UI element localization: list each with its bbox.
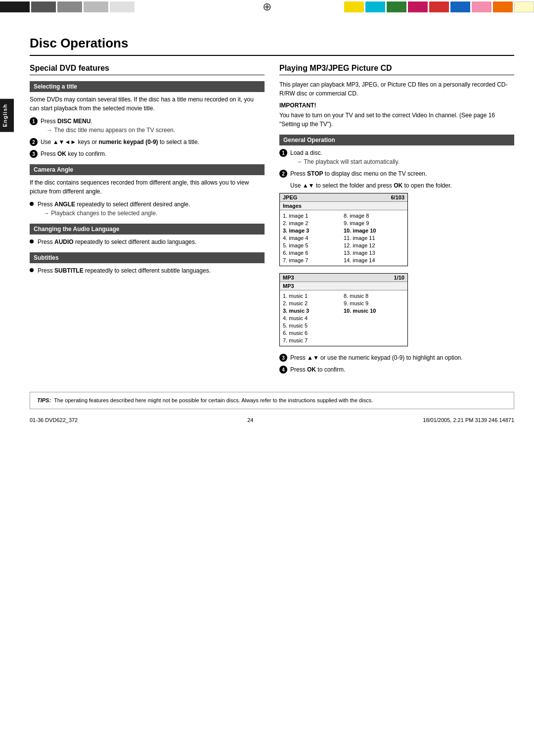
jpeg-item: 13. image 13: [344, 249, 404, 256]
final-step-4: 4 Press OK to confirm.: [279, 365, 514, 374]
mp3-table: MP3 1/10 MP3 1. music 1 8. music 8 2. mu…: [279, 273, 408, 346]
color-block-verylightgray: [110, 1, 134, 12]
step-number-2: 2: [30, 138, 38, 146]
jpeg-item: 8. image 8: [344, 212, 404, 219]
jpeg-item: 14. image 14: [344, 257, 404, 264]
jpeg-item: 12. image 12: [344, 242, 404, 249]
color-block-magenta: [408, 1, 428, 12]
right-column: Playing MP3/JPEG Picture CD This player …: [279, 64, 514, 377]
jpeg-item: 9. image 9: [344, 220, 404, 227]
jpeg-table-header: JPEG 6/103: [280, 193, 407, 202]
mp3-grid: 1. music 1 8. music 8 2. music 2 9. musi…: [280, 290, 407, 346]
subtitle-bullet: Press SUBTITLE repeatedly to select diff…: [30, 266, 265, 275]
mp3-item: 7. music 7: [283, 337, 344, 344]
top-decorative-bar: [0, 0, 534, 14]
subtitles-box: Subtitles: [30, 252, 265, 263]
go-step-1-note: The playback will start automatically.: [290, 157, 514, 166]
mp3-table-header: MP3 1/10: [280, 274, 407, 282]
mp3-item: [344, 337, 404, 344]
two-column-layout: Special DVD features Selecting a title S…: [30, 64, 514, 377]
step-1-disc-menu: 1 Press DISC MENU. The disc title menu a…: [30, 117, 265, 135]
mp3-item: [344, 322, 404, 329]
color-block-blue: [450, 1, 470, 12]
selecting-title-intro: Some DVDs may contain several titles. If…: [30, 95, 265, 113]
step-3-ok: 3 Press OK key to confirm.: [30, 149, 265, 158]
bullet-dot-angle: [30, 202, 34, 206]
mp3-jpeg-heading: Playing MP3/JPEG Picture CD: [279, 64, 514, 75]
bullet-dot-audio: [30, 239, 34, 243]
color-block-gray: [57, 1, 82, 12]
jpeg-table: JPEG 6/103 Images 1. image 1 8. image 8 …: [279, 193, 408, 266]
color-block-orange: [493, 1, 513, 12]
go-step-2b-content: Use ▲▼ to select the folder and press OK…: [290, 181, 514, 190]
tips-box: TIPS:The operating features described he…: [30, 392, 514, 409]
go-step-1: 1 Load a disc. The playback will start a…: [279, 148, 514, 166]
mp3-jpeg-intro: This player can playback MP3, JPEG, or P…: [279, 80, 514, 98]
mp3-item: 5. music 5: [283, 322, 344, 329]
go-step-number-2: 2: [279, 170, 287, 178]
jpeg-item: 2. image 2: [283, 220, 344, 227]
bullet-dot-subtitle: [30, 268, 34, 272]
angle-bullet: Press ANGLE repeatedly to select differe…: [30, 200, 265, 218]
color-block-green: [387, 1, 406, 12]
mp3-item-bold: 3. music 3: [283, 307, 344, 314]
camera-angle-intro: If the disc contains sequences recorded …: [30, 178, 265, 196]
important-label: IMPORTANT!: [279, 102, 514, 109]
color-block-black: [0, 1, 30, 12]
jpeg-item: 7. image 7: [283, 257, 344, 264]
mp3-subheader: MP3: [280, 282, 407, 290]
angle-text: Press ANGLE repeatedly to select differe…: [38, 200, 190, 218]
go-step-2b: 2 Use ▲▼ to select the folder and press …: [279, 181, 514, 190]
jpeg-item: 6. image 6: [283, 249, 344, 256]
color-block-cyan: [365, 1, 385, 12]
color-block-pink: [472, 1, 491, 12]
color-block-lightgray: [84, 1, 108, 12]
step-2-content: Use ▲▼◄► keys or numeric keypad (0-9) to…: [41, 138, 265, 146]
crosshair-icon: [255, 0, 279, 14]
jpeg-grid: 1. image 1 8. image 8 2. image 2 9. imag…: [280, 210, 407, 266]
step-2-keypad: 2 Use ▲▼◄► keys or numeric keypad (0-9) …: [30, 138, 265, 146]
mp3-item: 9. music 9: [344, 300, 404, 307]
jpeg-item: 5. image 5: [283, 242, 344, 249]
footer-left: 01-36 DVD622_372: [30, 417, 78, 423]
final-step-number-3: 3: [279, 354, 287, 362]
mp3-item: 4. music 4: [283, 315, 344, 322]
page-title: Disc Operations: [30, 36, 514, 56]
color-block-red: [429, 1, 449, 12]
selecting-title-box: Selecting a title: [30, 81, 265, 92]
tips-text: The operating features described here mi…: [54, 397, 373, 403]
mp3-title: MP3: [283, 275, 294, 281]
jpeg-item: 4. image 4: [283, 235, 344, 241]
footer-right: 18/01/2005, 2:21 PM 3139 246 14871: [423, 417, 514, 423]
go-step-number-1: 1: [279, 149, 287, 157]
go-step-1-content: Load a disc. The playback will start aut…: [290, 148, 514, 166]
final-step-3: 3 Press ▲▼ or use the numeric keypad (0-…: [279, 353, 514, 362]
right-color-blocks: [279, 0, 534, 14]
audio-bullet: Press AUDIO repeatedly to select differe…: [30, 237, 265, 246]
jpeg-item: 1. image 1: [283, 212, 344, 219]
go-step-2: 2 Press STOP to display disc menu on the…: [279, 169, 514, 178]
jpeg-item-bold: 10. image 10: [344, 227, 404, 234]
step-number-3: 3: [30, 150, 38, 158]
footer-center: 24: [247, 417, 253, 423]
step-3-content: Press OK key to confirm.: [41, 149, 265, 158]
jpeg-item: 11. image 11: [344, 235, 404, 241]
final-step-number-4: 4: [279, 366, 287, 374]
left-column: Special DVD features Selecting a title S…: [30, 64, 265, 377]
color-block-yellow: [344, 1, 364, 12]
mp3-item: 1. music 1: [283, 292, 344, 299]
final-step-4-content: Press OK to confirm.: [290, 365, 514, 374]
color-block-lightyellow: [514, 1, 534, 12]
general-operation-box: General Operation: [279, 135, 514, 145]
color-block-darkgray: [31, 1, 56, 12]
angle-note: Playback changes to the selected angle.: [38, 209, 190, 218]
page-footer: 01-36 DVD622_372 24 18/01/2005, 2:21 PM …: [30, 417, 514, 423]
step-1-content: Press DISC MENU. The disc title menu app…: [41, 117, 265, 135]
mp3-count: 1/10: [394, 275, 404, 281]
mp3-item-bold: 10. music 10: [344, 307, 404, 314]
step-1-note: The disc title menu appears on the TV sc…: [41, 126, 265, 135]
audio-text: Press AUDIO repeatedly to select differe…: [38, 237, 196, 246]
special-dvd-features-heading: Special DVD features: [30, 64, 265, 75]
left-color-blocks: [0, 0, 255, 14]
jpeg-item-bold: 3. image 3: [283, 227, 344, 234]
